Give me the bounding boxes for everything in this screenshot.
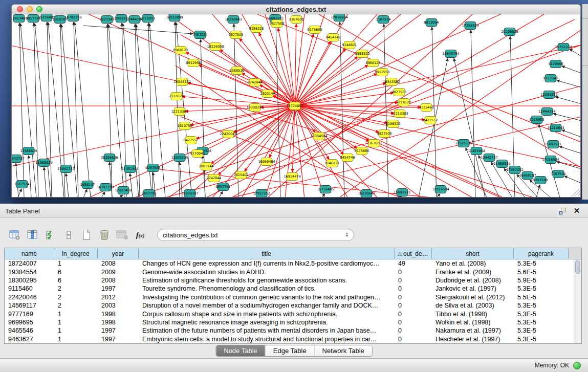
- table-row[interactable]: 969969511998Structural magnetic resonanc…: [5, 318, 574, 326]
- tab-node-table[interactable]: Node Table: [216, 345, 265, 356]
- black-citation-edge[interactable]: [66, 173, 69, 198]
- cell-title[interactable]: Disruption of a novel member of a sodium…: [139, 301, 395, 310]
- table-row[interactable]: 977716911998Corpus callosum shape and si…: [5, 310, 574, 318]
- red-citation-edge[interactable]: [190, 106, 295, 125]
- graph-node-teal[interactable]: 1167534: [15, 181, 30, 188]
- graph-node-teal[interactable]: 16033809: [166, 14, 183, 21]
- black-citation-edge[interactable]: [83, 189, 87, 198]
- cell-title[interactable]: Embryonic stem cells: a model to study s…: [139, 335, 395, 343]
- black-citation-edge[interactable]: [570, 49, 581, 56]
- delete-table-button[interactable]: [115, 228, 130, 242]
- cell-out_degree[interactable]: 0: [395, 326, 432, 335]
- cell-short[interactable]: Dudbridge et al. (2008): [432, 276, 514, 285]
- graph-node-yellow[interactable]: 9170045: [190, 150, 205, 158]
- black-citation-edge[interactable]: [562, 130, 581, 137]
- graph-node-yellow[interactable]: 9175685: [355, 147, 369, 155]
- cell-year[interactable]: 2003: [98, 301, 139, 310]
- cell-out_degree[interactable]: 0: [395, 276, 432, 285]
- graph-node-yellow[interactable]: 8912958: [186, 59, 201, 67]
- cell-name[interactable]: 22420046: [5, 293, 54, 301]
- cell-name[interactable]: 18724007: [5, 259, 54, 268]
- graph-node-teal[interactable]: 17016504: [432, 186, 449, 193]
- graph-node-teal[interactable]: 20206526: [501, 28, 518, 36]
- graph-node-teal[interactable]: 16958107: [181, 190, 198, 198]
- black-citation-edge[interactable]: [564, 176, 581, 183]
- black-citation-edge[interactable]: [555, 97, 581, 104]
- black-citation-edge[interactable]: [47, 22, 52, 198]
- cell-pagerank[interactable]: 5.3E-5: [514, 318, 569, 326]
- black-citation-edge[interactable]: [398, 197, 402, 198]
- graph-node-teal[interactable]: 11568829: [493, 160, 510, 168]
- cell-out_degree[interactable]: 0: [395, 310, 432, 318]
- cell-year[interactable]: 1998: [98, 318, 139, 326]
- black-citation-edge[interactable]: [44, 167, 47, 198]
- cell-short[interactable]: Tibbo et al. (1998): [432, 310, 514, 318]
- cell-pagerank[interactable]: 5.3E-5: [514, 335, 569, 343]
- cell-in_degree[interactable]: 6: [54, 276, 98, 285]
- graph-node-yellow[interactable]: 9242844: [248, 79, 263, 86]
- table-row[interactable]: 2242004622012Investigating the contribut…: [5, 293, 574, 301]
- function-builder-button[interactable]: f(x): [133, 228, 148, 242]
- table-row[interactable]: 1872400712008Changes of HCN gene express…: [5, 259, 574, 268]
- close-panel-icon[interactable]: ✕: [573, 207, 581, 215]
- black-citation-edge[interactable]: [101, 192, 105, 198]
- graph-node-teal[interactable]: 9857791: [142, 190, 157, 198]
- graph-node-yellow[interactable]: 9175685: [308, 26, 322, 34]
- column-header-short[interactable]: short: [432, 248, 514, 259]
- cell-out_degree[interactable]: 0: [395, 285, 432, 293]
- graph-node-teal[interactable]: 1167534: [376, 16, 391, 24]
- red-citation-edge[interactable]: [295, 102, 398, 106]
- graph-node-teal[interactable]: 20206526: [101, 154, 118, 162]
- black-citation-edge[interactable]: [553, 114, 581, 121]
- column-header-title[interactable]: title: [139, 248, 395, 259]
- graph-node-teal[interactable]: 1167534: [551, 170, 566, 178]
- cell-short[interactable]: Franke et al. (2009): [432, 268, 514, 276]
- graph-node-yellow[interactable]: 2367608: [289, 16, 304, 24]
- graph-node-yellow[interactable]: 1810755: [178, 122, 192, 130]
- cell-pagerank[interactable]: 5.3E-5: [514, 301, 569, 310]
- graph-node-yellow[interactable]: 1588520: [230, 67, 245, 75]
- column-header-in_degree[interactable]: in_degree: [54, 248, 98, 259]
- network-window-titlebar[interactable]: citations_edges.txt: [11, 4, 581, 14]
- cell-short[interactable]: Hescheler et al. (1997): [432, 335, 514, 343]
- citation-network-graph[interactable]: 1292346898577911571648519581071678275992…: [12, 14, 581, 198]
- red-citation-edge[interactable]: [295, 74, 377, 106]
- graph-node-yellow[interactable]: 9146821: [325, 160, 340, 167]
- cell-pagerank[interactable]: 5.3E-5: [514, 310, 569, 318]
- table-selector-dropdown[interactable]: citations_edges.txt▲▼: [157, 229, 354, 241]
- red-citation-edge[interactable]: [319, 14, 581, 168]
- cell-title[interactable]: Genome-wide association studies in ADHD.: [139, 268, 395, 276]
- column-visibility-button[interactable]: [25, 228, 40, 242]
- cell-short[interactable]: Wolkin et al. (1998): [432, 318, 514, 326]
- black-citation-edge[interactable]: [18, 189, 21, 198]
- graph-node-yellow[interactable]: 7625402: [234, 171, 249, 179]
- graph-node-yellow[interactable]: 8186328: [249, 25, 264, 33]
- graph-node-yellow[interactable]: 22420046: [220, 130, 236, 138]
- graph-node-teal[interactable]: 15751074: [555, 43, 572, 51]
- graph-node-teal[interactable]: 9297588: [146, 164, 161, 172]
- graph-node-yellow[interactable]: 1588520: [355, 50, 370, 58]
- cell-pagerank[interactable]: 5.5E-5: [514, 293, 569, 301]
- black-citation-edge[interactable]: [74, 22, 78, 198]
- black-citation-edge[interactable]: [384, 24, 388, 198]
- graph-node-yellow[interactable]: 2803144: [199, 163, 214, 170]
- cell-out_degree[interactable]: 0: [395, 335, 432, 343]
- graph-node-teal[interactable]: 9227343: [100, 16, 115, 24]
- table-row[interactable]: 1456911722003Disruption of a novel membe…: [5, 301, 574, 310]
- graph-node-teal[interactable]: 11568829: [35, 159, 52, 167]
- black-citation-edge[interactable]: [20, 24, 36, 198]
- red-citation-edge[interactable]: [295, 106, 581, 167]
- graph-node-teal[interactable]: 12093822: [540, 91, 557, 99]
- cell-title[interactable]: Estimation of significance thresholds fo…: [139, 276, 395, 285]
- graph-node-yellow[interactable]: 2803144: [260, 90, 275, 98]
- new-column-button[interactable]: [79, 228, 94, 242]
- black-citation-edge[interactable]: [19, 23, 24, 198]
- graph-node-teal[interactable]: 7357224: [193, 31, 208, 39]
- cell-title[interactable]: Tourette syndrome. Phenomenology and cla…: [139, 285, 395, 293]
- table-row[interactable]: 1938455462009Genome-wide association stu…: [5, 268, 574, 276]
- graph-node-yellow[interactable]: 2367608: [367, 140, 382, 147]
- cell-name[interactable]: 9115460: [5, 285, 54, 293]
- graph-node-yellow[interactable]: 8912958: [375, 69, 390, 76]
- cell-in_degree[interactable]: 1: [54, 310, 98, 318]
- tab-network-table[interactable]: Network Table: [314, 345, 372, 356]
